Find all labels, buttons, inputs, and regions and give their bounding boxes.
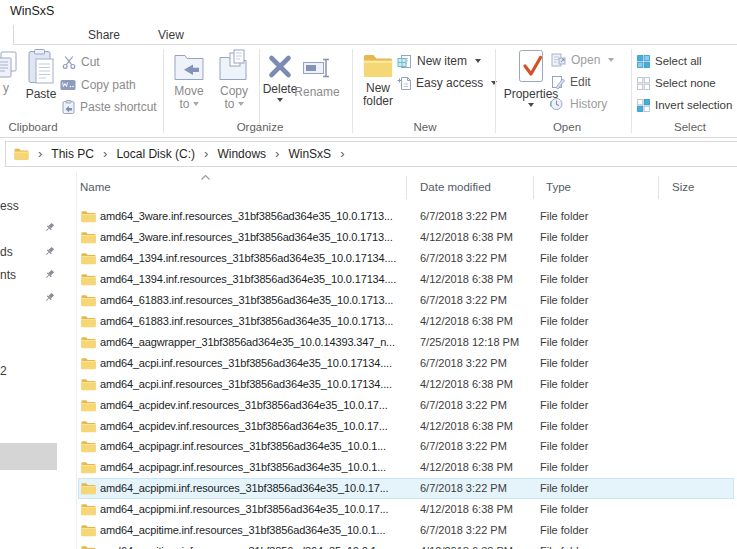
file-row[interactable]: amd64_acpitime.inf.resources_31bf3856ad3… [78, 541, 734, 549]
file-row[interactable]: amd64_acpi.inf.resources_31bf3856ad364e3… [78, 374, 734, 395]
file-row[interactable]: amd64_61883.inf.resources_31bf3856ad364e… [78, 311, 734, 332]
move-to-icon [174, 49, 204, 82]
sidebar-item-partial[interactable]: nts [0, 268, 16, 282]
file-row[interactable]: amd64_3ware.inf.resources_31bf3856ad364e… [78, 206, 734, 227]
folder-icon [81, 545, 96, 549]
file-type: File folder [540, 374, 588, 395]
file-type: File folder [540, 520, 588, 541]
file-date-modified: 6/7/2018 3:22 PM [420, 520, 507, 541]
file-row[interactable]: amd64_1394.inf.resources_31bf3856ad364e3… [78, 248, 734, 269]
breadcrumb[interactable]: ›This PC›Local Disk (C:)›Windows›WinSxS› [5, 141, 737, 167]
tab-home-partial[interactable] [0, 25, 14, 45]
column-separator[interactable] [406, 176, 407, 199]
sort-ascending-icon[interactable] [200, 174, 211, 181]
paste-button[interactable]: Paste [18, 49, 64, 101]
file-row[interactable]: amd64_acpipagr.inf.resources_31bf3856ad3… [78, 436, 734, 457]
column-header-type[interactable]: Type [546, 174, 646, 200]
move-to-button[interactable]: Move to [165, 49, 213, 110]
breadcrumb-chevron[interactable]: › [103, 142, 107, 166]
group-separator [631, 49, 632, 133]
file-row[interactable]: amd64_aagwrapper_31bf3856ad364e35_10.0.1… [78, 332, 734, 353]
file-row[interactable]: amd64_acpitime.inf.resources_31bf3856ad3… [78, 520, 734, 541]
folder-icon [81, 503, 96, 516]
rename-button[interactable]: Rename [293, 49, 341, 99]
copy-path-icon [60, 79, 76, 91]
file-row[interactable]: amd64_3ware.inf.resources_31bf3856ad364e… [78, 227, 734, 248]
breadcrumb-item[interactable]: Local Disk (C:) [116, 147, 195, 161]
column-header-date-modified[interactable]: Date modified [420, 174, 525, 200]
breadcrumb-item[interactable]: WinSxS [288, 147, 331, 161]
select-all-button[interactable]: Select all [637, 53, 702, 69]
breadcrumb-chevron[interactable]: › [204, 142, 208, 166]
invert-selection-button[interactable]: Invert selection [637, 97, 732, 113]
open-label: Open [571, 53, 600, 67]
file-date-modified: 4/12/2018 6:38 PM [420, 227, 513, 248]
sidebar-item-partial[interactable]: ess [0, 199, 19, 213]
paste-shortcut-icon [62, 100, 75, 114]
select-none-button[interactable]: Select none [637, 75, 716, 91]
file-date-modified: 6/7/2018 3:22 PM [420, 353, 507, 374]
breadcrumb-chevron[interactable]: › [275, 142, 279, 166]
paste-shortcut-button[interactable]: Paste shortcut [62, 99, 157, 115]
copy-path-button[interactable]: Copy path [60, 77, 136, 93]
new-folder-button[interactable]: New folder [354, 49, 402, 107]
delete-icon [267, 53, 293, 80]
ribbon-group-label-select: Select [650, 121, 730, 133]
cut-button[interactable]: Cut [62, 54, 100, 70]
edit-button[interactable]: Edit [551, 74, 591, 90]
file-row[interactable]: amd64_61883.inf.resources_31bf3856ad364e… [78, 290, 734, 311]
file-type: File folder [540, 332, 588, 353]
rename-icon [303, 58, 331, 78]
dropdown-caret [193, 102, 199, 106]
file-row[interactable]: amd64_acpipagr.inf.resources_31bf3856ad3… [78, 457, 734, 478]
folder-icon [81, 231, 96, 244]
easy-access-button[interactable]: Easy access [397, 75, 497, 91]
tab-share[interactable]: Share [88, 28, 120, 42]
file-date-modified: 4/12/2018 6:38 PM [420, 499, 513, 520]
breadcrumb-chevron[interactable]: › [38, 142, 42, 166]
file-name: amd64_acpi.inf.resources_31bf3856ad364e3… [100, 353, 392, 374]
edit-icon [551, 75, 565, 89]
paste-icon [28, 49, 54, 85]
folder-icon [81, 420, 96, 433]
sidebar-item-partial[interactable]: ds [0, 245, 13, 259]
new-item-button[interactable]: New item [397, 53, 481, 69]
copy-to-button[interactable]: Copy to [210, 49, 258, 110]
file-row[interactable]: amd64_acpipmi.inf.resources_31bf3856ad36… [78, 499, 734, 520]
column-separator[interactable] [658, 176, 659, 199]
breadcrumb-item[interactable]: This PC [51, 147, 94, 161]
sidebar-selected-item[interactable] [0, 443, 57, 470]
file-row[interactable]: amd64_acpidev.inf.resources_31bf3856ad36… [78, 395, 734, 416]
file-row[interactable]: amd64_acpipmi.inf.resources_31bf3856ad36… [78, 478, 734, 499]
file-type: File folder [540, 227, 588, 248]
breadcrumb-item[interactable]: Windows [217, 147, 266, 161]
ribbon-group-label-new: New [385, 121, 465, 133]
file-date-modified: 6/7/2018 3:22 PM [420, 478, 507, 499]
history-icon [549, 97, 565, 111]
history-button[interactable]: History [549, 96, 607, 112]
file-name: amd64_61883.inf.resources_31bf3856ad364e… [100, 290, 393, 311]
file-date-modified: 4/12/2018 6:38 PM [420, 374, 513, 395]
copy-icon [0, 51, 17, 79]
column-separator[interactable] [533, 176, 534, 199]
file-type: File folder [540, 353, 588, 374]
file-name: amd64_acpidev.inf.resources_31bf3856ad36… [100, 416, 388, 437]
open-button[interactable]: Open [551, 52, 614, 68]
column-header-size[interactable]: Size [672, 174, 732, 200]
tab-view[interactable]: View [158, 28, 184, 42]
file-type: File folder [540, 269, 588, 290]
dropdown-caret [475, 59, 481, 63]
file-name: amd64_acpipmi.inf.resources_31bf3856ad36… [100, 499, 388, 520]
sidebar-item-partial[interactable]: 2 [0, 364, 7, 378]
column-header-name[interactable]: Name [80, 174, 200, 200]
file-row[interactable]: amd64_acpidev.inf.resources_31bf3856ad36… [78, 416, 734, 437]
group-separator [495, 49, 496, 133]
file-date-modified: 7/25/2018 12:18 PM [420, 332, 519, 353]
breadcrumb-chevron[interactable]: › [340, 142, 344, 166]
file-type: File folder [540, 248, 588, 269]
select-all-icon [637, 55, 650, 68]
folder-icon [81, 524, 96, 537]
file-row[interactable]: amd64_acpi.inf.resources_31bf3856ad364e3… [78, 353, 734, 374]
dropdown-caret [238, 102, 244, 106]
file-row[interactable]: amd64_1394.inf.resources_31bf3856ad364e3… [78, 269, 734, 290]
